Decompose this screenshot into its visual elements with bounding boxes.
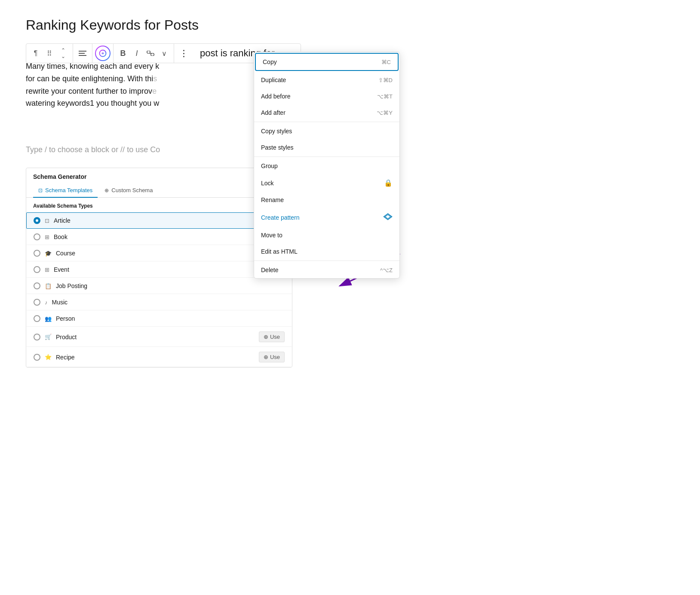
schema-generator-title: Schema Generator [26, 168, 292, 184]
person-icon: 👥 [45, 316, 52, 322]
schema-item-job-posting[interactable]: 📋 Job Posting [26, 278, 292, 294]
book-label: Book [54, 233, 285, 240]
toolbar-group-options: ⋮ [174, 44, 193, 63]
menu-item-edit-as-html[interactable]: Edit as HTML [254, 243, 399, 260]
radio-event [34, 266, 40, 273]
menu-item-create-pattern[interactable]: Create pattern [254, 208, 399, 227]
menu-item-rename[interactable]: Rename [254, 192, 399, 208]
schema-item-person[interactable]: 👥 Person [26, 310, 292, 327]
menu-item-lock[interactable]: Lock 🔒 [254, 174, 399, 192]
radio-person [34, 315, 40, 322]
divider-3 [254, 261, 399, 261]
bold-button[interactable]: B [116, 46, 130, 60]
menu-item-copy-styles[interactable]: Copy styles [254, 123, 399, 139]
more-inline-button[interactable]: ∨ [157, 46, 171, 60]
product-label: Product [56, 334, 255, 340]
add-after-shortcut: ⌥⌘Y [377, 110, 393, 116]
delete-label: Delete [261, 267, 278, 273]
copy-shortcut: ⌘C [381, 59, 391, 65]
radio-recipe [34, 354, 40, 361]
edit-as-html-label: Edit as HTML [261, 248, 298, 255]
link-button[interactable] [144, 46, 157, 60]
schema-tabs: ⊡ Schema Templates ⊕ Custom Schema [26, 184, 292, 198]
move-to-label: Move to [261, 232, 282, 239]
paste-styles-label: Paste styles [261, 144, 293, 151]
schema-item-product[interactable]: 🛒 Product ⊕ Use [26, 327, 292, 347]
product-use-button[interactable]: ⊕ Use [259, 331, 285, 342]
tab-custom-schema[interactable]: ⊕ Custom Schema [99, 184, 158, 198]
page-title: Ranking Keywords for Posts [26, 17, 258, 33]
custom-tab-label: Custom Schema [111, 187, 153, 193]
schema-item-course[interactable]: 🎓 Course [26, 245, 292, 261]
radio-job-posting [34, 282, 40, 289]
job-posting-icon: 📋 [45, 283, 52, 289]
duplicate-label: Duplicate [261, 77, 286, 83]
schema-item-recipe[interactable]: ⭐ Recipe ⊕ Use [26, 347, 292, 367]
paragraph-button[interactable]: ¶ [29, 46, 43, 60]
music-icon: ♪ [45, 299, 48, 306]
course-icon: 🎓 [45, 250, 52, 257]
radio-course [34, 250, 40, 257]
product-icon: 🛒 [45, 334, 52, 340]
article-icon: ⊡ [45, 218, 49, 224]
schema-item-book[interactable]: ⊞ Book [26, 229, 292, 245]
event-icon: ⊞ [45, 267, 49, 273]
schema-types-title: Available Schema Types [26, 198, 292, 212]
paragraph-content: Many times, knowing each and every k for… [26, 60, 159, 110]
course-label: Course [56, 250, 285, 257]
schema-item-article[interactable]: ⊡ Article [26, 212, 292, 229]
context-menu: Copy ⌘C Duplicate ⇧⌘D Add before ⌥⌘T Add… [254, 52, 400, 279]
recipe-icon: ⭐ [45, 354, 52, 360]
person-label: Person [56, 315, 285, 322]
add-after-label: Add after [261, 109, 286, 116]
options-menu-button[interactable]: ⋮ [177, 46, 190, 60]
menu-item-group[interactable]: Group [254, 158, 399, 174]
group-label: Group [261, 163, 278, 169]
rename-label: Rename [261, 196, 284, 203]
divider-2 [254, 156, 399, 157]
menu-item-delete[interactable]: Delete ^⌥Z [254, 262, 399, 278]
schema-item-music[interactable]: ♪ Music [26, 294, 292, 310]
schema-item-event[interactable]: ⊞ Event [26, 261, 292, 278]
menu-item-copy[interactable]: Copy ⌘C [255, 53, 399, 71]
copy-styles-label: Copy styles [261, 128, 292, 135]
menu-item-duplicate[interactable]: Duplicate ⇧⌘D [254, 72, 399, 88]
custom-tab-icon: ⊕ [104, 187, 109, 193]
duplicate-shortcut: ⇧⌘D [378, 77, 393, 83]
templates-tab-icon: ⊡ [38, 187, 43, 193]
copy-label: Copy [263, 58, 277, 65]
divider-1 [254, 122, 399, 122]
italic-button[interactable]: I [130, 46, 144, 60]
music-label: Music [52, 299, 285, 306]
create-pattern-label: Create pattern [261, 214, 300, 221]
menu-item-add-before[interactable]: Add before ⌥⌘T [254, 88, 399, 104]
menu-item-add-after[interactable]: Add after ⌥⌘Y [254, 104, 399, 121]
event-label: Event [54, 266, 285, 273]
recipe-label: Recipe [56, 354, 255, 361]
menu-item-move-to[interactable]: Move to [254, 227, 399, 243]
drag-handle-button[interactable]: ⠿ [43, 46, 56, 60]
add-before-label: Add before [261, 93, 291, 100]
templates-tab-label: Schema Templates [45, 187, 92, 193]
radio-article [34, 217, 40, 224]
lock-icon: 🔒 [384, 179, 393, 187]
ai-assistant-button[interactable] [95, 46, 111, 61]
book-icon: ⊞ [45, 234, 49, 240]
radio-book [34, 233, 40, 240]
pattern-icon [383, 213, 393, 222]
tab-schema-templates[interactable]: ⊡ Schema Templates [33, 184, 98, 198]
recipe-use-button[interactable]: ⊕ Use [259, 352, 285, 362]
radio-music [34, 299, 40, 306]
job-posting-label: Job Posting [56, 282, 285, 289]
article-label: Article [54, 217, 285, 224]
delete-shortcut: ^⌥Z [380, 267, 393, 273]
radio-product [34, 334, 40, 340]
schema-type-list: ⊡ Article ⊞ Book 🎓 Course ⊞ Event 📋 [26, 212, 292, 367]
schema-generator-container: Schema Generator ⊡ Schema Templates ⊕ Cu… [26, 168, 292, 368]
move-button[interactable]: ⌃⌄ [56, 46, 70, 60]
align-button[interactable] [76, 46, 89, 60]
type-hint: Type / to choose a block or // to use Co [26, 145, 160, 154]
lock-label: Lock [261, 180, 274, 187]
menu-item-paste-styles[interactable]: Paste styles [254, 139, 399, 156]
add-before-shortcut: ⌥⌘T [377, 93, 393, 100]
